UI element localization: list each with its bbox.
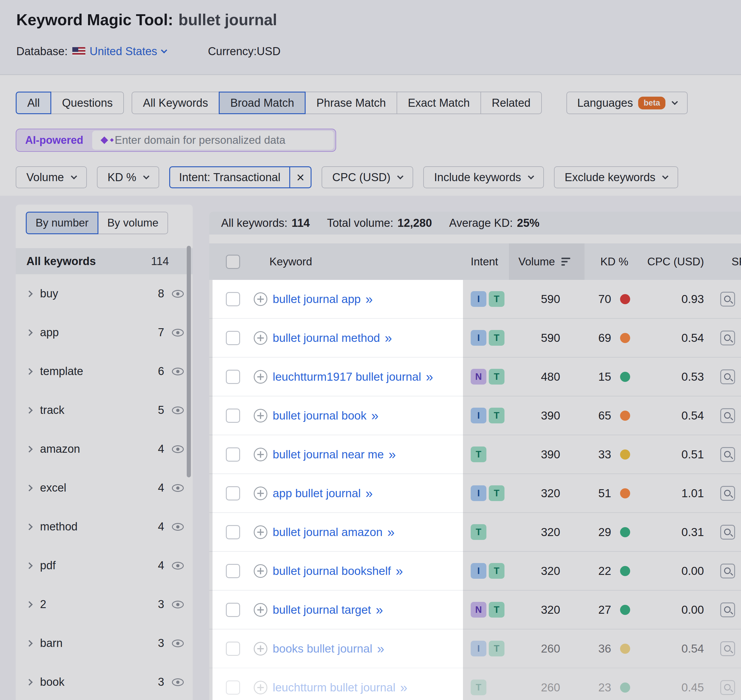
eye-icon[interactable] (172, 406, 184, 414)
expand-chevron-icon[interactable] (26, 290, 33, 297)
keyword-group-row[interactable]: track 5 (16, 391, 193, 429)
serp-analysis-icon[interactable] (720, 603, 735, 617)
eye-icon[interactable] (172, 368, 184, 375)
serp-analysis-icon[interactable] (720, 486, 735, 501)
add-keyword-icon[interactable] (254, 642, 268, 656)
eye-icon[interactable] (172, 601, 184, 608)
cpc-filter[interactable]: CPC (USD) (322, 166, 413, 188)
keyword-link[interactable]: bullet journal target (273, 603, 371, 616)
keyword-link[interactable]: books bullet journal (273, 642, 372, 655)
keyword-group-row[interactable]: template 6 (16, 352, 193, 391)
open-keyword-icon[interactable]: » (388, 447, 396, 462)
row-checkbox[interactable] (226, 370, 240, 384)
add-keyword-icon[interactable] (254, 564, 268, 578)
open-keyword-icon[interactable]: » (365, 486, 373, 501)
eye-icon[interactable] (172, 523, 184, 531)
row-checkbox[interactable] (226, 681, 240, 695)
open-keyword-icon[interactable]: » (396, 563, 403, 578)
tab-phrase-match[interactable]: Phrase Match (305, 92, 397, 114)
keyword-group-row[interactable]: method 4 (16, 507, 193, 546)
keyword-link[interactable]: leuchtturm1917 bullet journal (273, 370, 421, 383)
expand-chevron-icon[interactable] (26, 446, 33, 453)
add-keyword-icon[interactable] (254, 331, 268, 345)
serp-analysis-icon[interactable] (720, 563, 735, 578)
row-checkbox[interactable] (226, 331, 240, 345)
volume-filter[interactable]: Volume (16, 166, 87, 188)
intent-filter-active[interactable]: Intent: Transactional × (169, 166, 312, 188)
add-keyword-icon[interactable] (254, 681, 268, 694)
serp-analysis-icon[interactable] (720, 369, 735, 384)
eye-icon[interactable] (172, 329, 184, 337)
all-keywords-group[interactable]: All keywords 114 (16, 248, 193, 274)
keyword-group-row[interactable]: barn 3 (16, 624, 193, 663)
expand-chevron-icon[interactable] (26, 679, 33, 685)
expand-chevron-icon[interactable] (26, 562, 33, 569)
keyword-group-row[interactable]: app 7 (16, 313, 193, 352)
keyword-group-row[interactable]: 2 3 (16, 585, 193, 624)
kd-filter[interactable]: KD % (97, 166, 159, 188)
eye-icon[interactable] (172, 484, 184, 492)
tab-all-keywords[interactable]: All Keywords (132, 92, 219, 114)
sort-by-number-tab[interactable]: By number (26, 212, 99, 234)
header-intent[interactable]: Intent (471, 256, 509, 268)
sidebar-scrollbar[interactable] (187, 246, 191, 477)
expand-chevron-icon[interactable] (26, 407, 33, 413)
open-keyword-icon[interactable]: » (365, 292, 373, 307)
keyword-group-row[interactable]: pdf 4 (16, 546, 193, 585)
keyword-link[interactable]: bullet journal bookshelf (273, 565, 391, 578)
serp-analysis-icon[interactable] (720, 641, 735, 656)
eye-icon[interactable] (172, 445, 184, 453)
keyword-group-row[interactable]: excel 4 (16, 468, 193, 507)
open-keyword-icon[interactable]: » (400, 680, 407, 695)
keyword-link[interactable]: bullet journal book (273, 409, 367, 422)
open-keyword-icon[interactable]: » (426, 369, 433, 384)
open-keyword-icon[interactable]: » (387, 525, 394, 540)
keyword-link[interactable]: bullet journal app (273, 293, 361, 306)
keyword-group-row[interactable]: book 3 (16, 663, 193, 700)
eye-icon[interactable] (172, 678, 184, 686)
add-keyword-icon[interactable] (254, 409, 268, 422)
add-keyword-icon[interactable] (254, 487, 268, 500)
keyword-link[interactable]: leuchtturm bullet journal (273, 681, 395, 694)
header-kd[interactable]: KD % (585, 256, 636, 268)
row-checkbox[interactable] (226, 564, 240, 578)
row-checkbox[interactable] (226, 486, 240, 500)
open-keyword-icon[interactable]: » (371, 408, 378, 423)
tab-broad-match[interactable]: Broad Match (219, 92, 306, 114)
open-keyword-icon[interactable]: » (377, 641, 384, 656)
header-keyword[interactable]: Keyword (253, 256, 471, 268)
add-keyword-icon[interactable] (254, 525, 268, 539)
keyword-link[interactable]: bullet journal near me (273, 448, 384, 461)
row-checkbox[interactable] (226, 603, 240, 617)
expand-chevron-icon[interactable] (26, 523, 33, 530)
header-sf[interactable]: SF (713, 256, 741, 268)
database-select[interactable]: United States (90, 45, 166, 58)
header-volume[interactable]: Volume (509, 243, 585, 280)
keyword-link[interactable]: app bullet journal (273, 487, 361, 500)
header-cpc[interactable]: CPC (USD) (636, 256, 713, 268)
select-all-checkbox[interactable] (226, 255, 240, 269)
serp-analysis-icon[interactable] (720, 447, 735, 462)
keyword-link[interactable]: bullet journal method (273, 331, 380, 344)
tab-all[interactable]: All (16, 92, 51, 114)
clear-intent-filter-button[interactable]: × (289, 167, 311, 187)
row-checkbox[interactable] (226, 409, 240, 423)
languages-dropdown[interactable]: Languages beta (566, 92, 688, 114)
add-keyword-icon[interactable] (254, 448, 268, 461)
expand-chevron-icon[interactable] (26, 640, 33, 647)
row-checkbox[interactable] (226, 641, 240, 656)
row-checkbox[interactable] (226, 292, 240, 306)
row-checkbox[interactable] (226, 447, 240, 462)
sort-by-volume-tab[interactable]: By volume (98, 212, 168, 234)
serp-analysis-icon[interactable] (720, 331, 735, 346)
open-keyword-icon[interactable]: » (376, 603, 383, 617)
open-keyword-icon[interactable]: » (385, 331, 392, 346)
eye-icon[interactable] (172, 562, 184, 569)
include-keywords-filter[interactable]: Include keywords (423, 166, 544, 188)
add-keyword-icon[interactable] (254, 370, 268, 384)
row-checkbox[interactable] (226, 525, 240, 539)
eye-icon[interactable] (172, 640, 184, 647)
domain-input[interactable]: Enter domain for personalized data (92, 131, 334, 150)
exclude-keywords-filter[interactable]: Exclude keywords (554, 166, 678, 188)
add-keyword-icon[interactable] (254, 603, 268, 617)
